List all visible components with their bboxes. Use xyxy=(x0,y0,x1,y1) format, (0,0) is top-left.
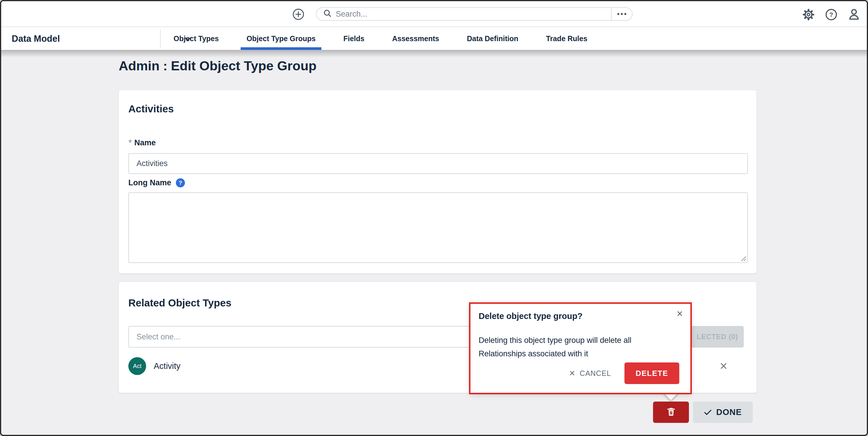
page-title-prefix: Admin xyxy=(119,58,159,73)
settings-gear-icon[interactable] xyxy=(802,8,815,21)
delete-group-trash-button[interactable] xyxy=(653,402,689,423)
popover-body: Deleting this object type group will del… xyxy=(478,333,631,360)
select-placeholder: Select one... xyxy=(136,332,180,342)
nav-tabs: Object Types Object Type Groups Fields A… xyxy=(168,27,593,50)
popover-close-icon[interactable]: × xyxy=(677,309,683,319)
trash-icon xyxy=(666,407,676,418)
search-bar xyxy=(316,7,632,21)
add-icon[interactable] xyxy=(292,8,305,21)
long-name-textarea[interactable] xyxy=(128,192,748,263)
done-button[interactable]: DONE xyxy=(693,402,753,423)
tab-data-definition[interactable]: Data Definition xyxy=(461,27,524,50)
account-person-icon[interactable] xyxy=(847,8,861,21)
required-marker: * xyxy=(128,138,132,148)
popover-footer: ✕ CANCEL DELETE xyxy=(569,362,679,384)
top-bar: ? xyxy=(1,1,867,27)
popover-title: Delete object type group? xyxy=(478,311,583,321)
help-icon[interactable]: ? xyxy=(825,8,838,21)
activity-item-label: Activity xyxy=(154,361,181,371)
page-title-main: Edit Object Type Group xyxy=(171,58,316,73)
cancel-x-icon: ✕ xyxy=(569,369,576,378)
search-input[interactable] xyxy=(336,10,611,19)
more-options-icon[interactable] xyxy=(612,8,632,20)
popover-body-line: Relationships associated with it xyxy=(478,347,631,360)
tab-assessments[interactable]: Assessments xyxy=(386,27,445,50)
svg-text:?: ? xyxy=(829,11,833,19)
page-title-separator: : xyxy=(163,58,167,73)
name-field-label: * Name xyxy=(128,138,156,148)
check-icon xyxy=(704,409,712,415)
tab-trade-rules[interactable]: Trade Rules xyxy=(540,27,593,50)
popover-body-line: Deleting this object type group will del… xyxy=(478,333,631,347)
delete-confirmation-popover: Delete object type group? × Deleting thi… xyxy=(470,304,690,393)
nav-shadow xyxy=(1,50,867,57)
long-name-field-label: Long Name ? xyxy=(128,178,185,187)
module-selector[interactable]: Data Model xyxy=(12,27,192,50)
name-input[interactable] xyxy=(128,153,748,174)
nav-bar: Data Model Object Types Object Type Grou… xyxy=(1,27,867,50)
delete-button[interactable]: DELETE xyxy=(624,362,679,384)
related-card-heading: Related Object Types xyxy=(128,297,231,309)
long-name-help-icon[interactable]: ? xyxy=(176,178,185,187)
page-title: Admin:Edit Object Type Group xyxy=(119,58,316,74)
activity-avatar: Act xyxy=(128,357,146,375)
tab-fields[interactable]: Fields xyxy=(337,27,370,50)
nav-divider xyxy=(160,30,161,48)
app-window: ? Data Model Object Types Object Type Gr… xyxy=(0,0,868,436)
add-selected-button[interactable]: LECTED (0) xyxy=(691,326,744,348)
activities-card: Activities * Name Long Name ? xyxy=(119,90,756,273)
remove-item-icon[interactable] xyxy=(719,362,728,370)
activities-card-heading: Activities xyxy=(128,103,174,115)
tab-object-type-groups[interactable]: Object Type Groups xyxy=(241,27,321,50)
cancel-button[interactable]: ✕ CANCEL xyxy=(569,369,611,378)
module-label: Data Model xyxy=(12,34,60,44)
tab-object-types[interactable]: Object Types xyxy=(168,27,225,50)
search-icon xyxy=(323,9,332,19)
